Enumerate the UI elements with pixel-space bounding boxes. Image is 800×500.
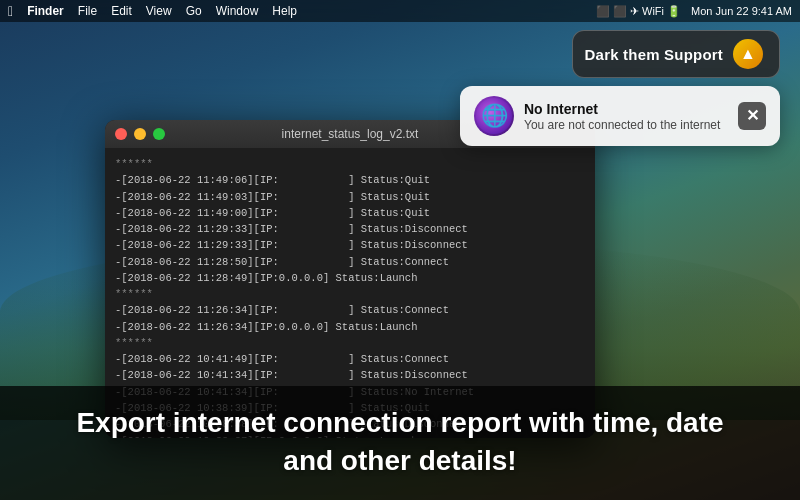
caption-line2: and other details! xyxy=(283,445,516,476)
close-icon: ✕ xyxy=(746,108,759,124)
view-menu[interactable]: View xyxy=(146,4,172,18)
bottom-caption-area: Export internet connection report with t… xyxy=(0,386,800,500)
menubar-left:  Finder File Edit View Go Window Help xyxy=(8,3,297,19)
menubar-clock: Mon Jun 22 9:41 AM xyxy=(691,5,792,17)
window-maximize-button[interactable] xyxy=(153,128,165,140)
caption-line1: Export internet connection report with t… xyxy=(76,407,723,438)
log-line: -[2018-06-22 11:49:00][IP: ] Status:Quit xyxy=(115,205,585,221)
apple-menu[interactable]:  xyxy=(8,3,13,19)
notification-close-button[interactable]: ✕ xyxy=(738,102,766,130)
log-line: -[2018-06-22 11:49:03][IP: ] Status:Quit xyxy=(115,189,585,205)
log-line: ****** xyxy=(115,286,585,302)
notification-subtitle: You are not connected to the internet xyxy=(524,118,728,132)
log-line: -[2018-06-22 11:29:33][IP: ] Status:Disc… xyxy=(115,221,585,237)
app-button-label: Dark them Support xyxy=(585,46,723,63)
log-line: -[2018-06-22 11:29:33][IP: ] Status:Disc… xyxy=(115,237,585,253)
app-button-icon: ▲ xyxy=(733,39,763,69)
window-menu[interactable]: Window xyxy=(216,4,259,18)
menubar-right: ⬛ ⬛ ✈ WiFi 🔋 Mon Jun 22 9:41 AM xyxy=(596,5,792,18)
log-line: -[2018-06-22 11:26:34][IP:0.0.0.0] Statu… xyxy=(115,319,585,335)
log-line: -[2018-06-22 11:49:06][IP: ] Status:Quit xyxy=(115,172,585,188)
menubar:  Finder File Edit View Go Window Help ⬛… xyxy=(0,0,800,22)
file-menu[interactable]: File xyxy=(78,4,97,18)
notification-text: No Internet You are not connected to the… xyxy=(524,101,728,132)
menubar-icons: ⬛ ⬛ ✈ WiFi 🔋 xyxy=(596,5,681,18)
go-menu[interactable]: Go xyxy=(186,4,202,18)
help-menu[interactable]: Help xyxy=(272,4,297,18)
edit-menu[interactable]: Edit xyxy=(111,4,132,18)
log-line: -[2018-06-22 11:28:50][IP: ] Status:Conn… xyxy=(115,254,585,270)
no-internet-notification: No Internet You are not connected to the… xyxy=(460,86,780,146)
log-line: -[2018-06-22 11:26:34][IP: ] Status:Conn… xyxy=(115,302,585,318)
log-line: ****** xyxy=(115,156,585,172)
bottom-caption: Export internet connection report with t… xyxy=(30,404,770,480)
window-controls xyxy=(115,128,165,140)
notification-globe-icon xyxy=(474,96,514,136)
log-line: ****** xyxy=(115,335,585,351)
log-line: -[2018-06-22 10:41:49][IP: ] Status:Conn… xyxy=(115,351,585,367)
log-line: -[2018-06-22 11:28:49][IP:0.0.0.0] Statu… xyxy=(115,270,585,286)
log-line: -[2018-06-22 10:41:34][IP: ] Status:Disc… xyxy=(115,367,585,383)
window-minimize-button[interactable] xyxy=(134,128,146,140)
notification-title: No Internet xyxy=(524,101,728,117)
app-icon-symbol: ▲ xyxy=(740,45,756,63)
dark-theme-support-button[interactable]: Dark them Support ▲ xyxy=(572,30,780,78)
window-close-button[interactable] xyxy=(115,128,127,140)
editor-filename: internet_status_log_v2.txt xyxy=(282,127,419,141)
notification-area: Dark them Support ▲ No Internet You are … xyxy=(460,30,780,146)
finder-menu[interactable]: Finder xyxy=(27,4,64,18)
